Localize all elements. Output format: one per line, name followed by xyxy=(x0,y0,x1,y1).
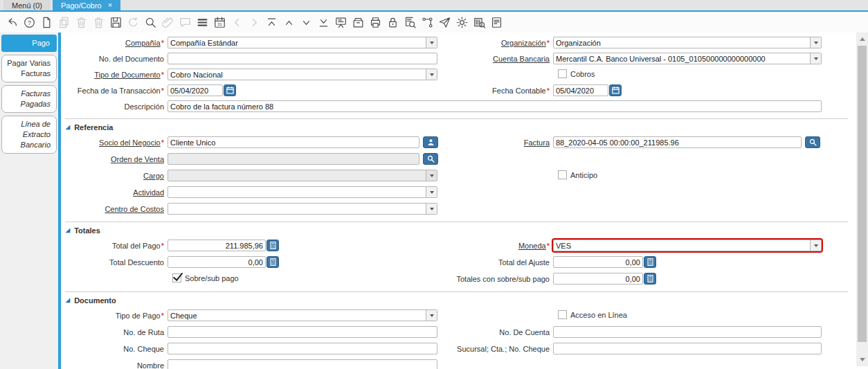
undo-icon[interactable] xyxy=(6,16,19,29)
sucursal-cta-no-cheque-label: Sucursal; Cta.; No. Cheque xyxy=(442,344,550,354)
total-descuento-input[interactable] xyxy=(168,256,266,268)
dropdown-arrow-icon[interactable] xyxy=(426,37,437,48)
total-ajuste-calculator-button[interactable] xyxy=(644,256,656,268)
cuenta-bancaria-select[interactable]: Mercantil C.A. Banco Universal - 0105_01… xyxy=(553,53,822,64)
cuenta-bancaria-label: Cuenta Bancaria xyxy=(442,54,550,64)
chat-icon xyxy=(179,16,192,29)
anticipo-checkbox[interactable] xyxy=(558,170,567,179)
no-ruta-input[interactable] xyxy=(168,326,437,338)
factura-input[interactable] xyxy=(553,136,802,148)
dropdown-arrow-icon[interactable] xyxy=(426,310,437,321)
help-icon[interactable]: ? xyxy=(23,16,36,29)
dropdown-arrow-icon[interactable] xyxy=(426,204,437,214)
product-scan-icon[interactable] xyxy=(473,16,486,29)
dropdown-arrow-icon[interactable] xyxy=(810,37,821,48)
scroll-down-icon[interactable] xyxy=(860,358,865,361)
sidebar-tab-pagar-varias-facturas[interactable]: Pagar Varias Facturas xyxy=(1,55,57,82)
form-row: No. de RutaNo. De Cuenta xyxy=(61,325,856,342)
record-zoom-icon[interactable] xyxy=(404,16,417,29)
sucursal-cta-no-cheque-input[interactable] xyxy=(553,343,822,354)
dropdown-arrow-icon[interactable] xyxy=(426,69,437,80)
form-row: Orden de Venta xyxy=(61,152,856,169)
orden-venta-zoom-button[interactable] xyxy=(423,153,438,165)
new-record-icon[interactable] xyxy=(40,16,53,29)
total-ajuste-input[interactable] xyxy=(553,256,643,268)
sidebar-tab-pago[interactable]: Pago xyxy=(1,35,57,52)
dropdown-arrow-icon[interactable] xyxy=(426,170,437,181)
form-row: Centro de Costos xyxy=(61,202,856,219)
totales-sobre-sub-pago-label: Totales con sobre/sub pago xyxy=(442,274,550,285)
lock-icon[interactable] xyxy=(386,16,399,29)
compania-select[interactable]: Compañía Estándar xyxy=(168,37,437,48)
fecha-transaccion-calendar-button[interactable] xyxy=(224,84,236,96)
organizacion-select[interactable]: Organización xyxy=(553,37,822,48)
close-icon[interactable]: × xyxy=(108,1,112,9)
actividad-select[interactable] xyxy=(168,186,437,198)
archive-icon[interactable] xyxy=(352,16,365,29)
centro-costos-label: Centro de Costos xyxy=(61,204,164,215)
report-icon[interactable] xyxy=(334,16,347,29)
total-pago-input[interactable] xyxy=(168,240,266,251)
grid-toggle-icon[interactable] xyxy=(196,16,209,29)
total-pago-calculator-button[interactable] xyxy=(266,240,279,251)
tipo-pago-label: Tipo de Pago* xyxy=(61,311,164,321)
section-header-documento: ◢Documento xyxy=(61,292,856,309)
fecha-contable-calendar-button[interactable] xyxy=(609,84,622,96)
calendar-icon[interactable]: 31 xyxy=(213,16,226,29)
no-documento-input[interactable] xyxy=(168,53,437,64)
cobros-checkbox[interactable] xyxy=(558,69,567,78)
tab-menu[interactable]: Menú (0) xyxy=(3,0,51,10)
scrollbar-thumb[interactable] xyxy=(858,46,867,342)
vertical-scrollbar[interactable] xyxy=(856,33,868,366)
total-descuento-calculator-button[interactable] xyxy=(266,256,279,268)
fecha-contable-input[interactable] xyxy=(553,84,608,96)
anticipo-checkbox-label: Anticipo xyxy=(570,170,597,181)
socio-negocio-input[interactable] xyxy=(168,136,419,148)
section-collapse-icon[interactable]: ◢ xyxy=(66,228,70,233)
cargo-select xyxy=(168,170,437,181)
send-icon[interactable] xyxy=(438,16,451,29)
tipo-pago-select[interactable]: Cheque xyxy=(168,309,437,321)
find-icon[interactable] xyxy=(144,16,157,29)
workflow-icon[interactable] xyxy=(421,16,434,29)
dropdown-arrow-icon[interactable] xyxy=(426,187,437,197)
no-cheque-input[interactable] xyxy=(168,343,437,354)
previous-record-icon[interactable] xyxy=(282,16,296,29)
tipo-documento-select[interactable]: Cobro Nacional xyxy=(168,69,437,80)
sobre-sub-pago-checkbox[interactable] xyxy=(172,273,181,282)
print-icon[interactable] xyxy=(369,16,382,29)
process-icon[interactable] xyxy=(455,16,469,29)
form-row: Tipo de Documento*Cobro NacionalCobros xyxy=(61,68,856,84)
sidebar-tab-linea-extracto-bancario[interactable]: Línea de Extracto Bancario xyxy=(1,116,57,154)
acceso-en-linea-checkbox[interactable] xyxy=(558,310,567,319)
tab-pago-cobro[interactable]: Pago/Cobro × xyxy=(53,0,120,10)
no-cuenta-input[interactable] xyxy=(553,326,822,338)
centro-costos-select[interactable] xyxy=(168,203,437,215)
report-window-icon[interactable] xyxy=(490,16,503,29)
socio-negocio-bpartner-button[interactable] xyxy=(423,136,438,148)
dropdown-arrow-icon[interactable] xyxy=(810,53,821,64)
totales-sobre-sub-pago-input[interactable] xyxy=(553,273,643,285)
form-row: Fecha de la Transacción*Fecha Contable* xyxy=(61,84,856,100)
form-row: Tipo de Pago*ChequeAcceso en Línea xyxy=(61,309,856,325)
no-cheque-label: No. Cheque xyxy=(61,344,164,354)
factura-zoom-button[interactable] xyxy=(805,136,820,148)
scroll-up-icon[interactable] xyxy=(860,37,865,41)
nombre-input[interactable] xyxy=(168,359,437,369)
detail-record-icon[interactable] xyxy=(317,16,330,29)
descripcion-input[interactable] xyxy=(168,100,822,112)
section-collapse-icon[interactable]: ◢ xyxy=(66,298,70,303)
totales-sobre-sub-pago-calculator-button[interactable] xyxy=(644,273,656,285)
form-row: Nombre xyxy=(61,359,856,369)
sidebar-tab-facturas-pagadas[interactable]: Facturas Pagadas xyxy=(1,85,57,113)
next-record-icon[interactable] xyxy=(300,16,313,29)
fecha-transaccion-input[interactable] xyxy=(168,84,223,96)
window-tabbar: Menú (0) Pago/Cobro × xyxy=(0,0,868,12)
history-back-icon xyxy=(230,16,244,29)
section-collapse-icon[interactable]: ◢ xyxy=(66,125,70,130)
parent-record-icon[interactable] xyxy=(265,16,278,29)
section-header-totales: ◢Totales xyxy=(61,222,856,239)
moneda-select[interactable]: VES xyxy=(553,240,822,251)
dropdown-arrow-icon[interactable] xyxy=(810,240,821,251)
save-icon[interactable] xyxy=(109,16,123,29)
